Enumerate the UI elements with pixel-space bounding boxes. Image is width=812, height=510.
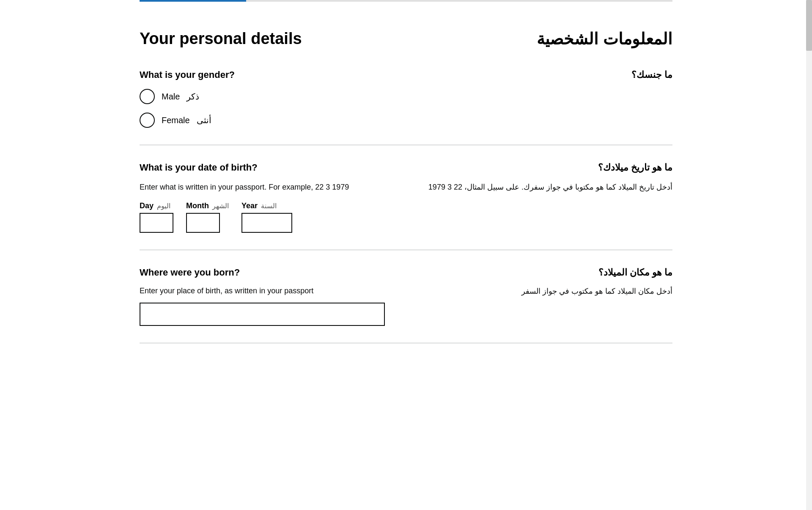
scrollbar-track[interactable] [806, 0, 812, 510]
day-label-pair: Day اليوم [140, 201, 173, 210]
year-label-en: Year [241, 201, 258, 210]
dob-hint: Enter what is written in your passport. … [140, 182, 672, 193]
birthplace-section: Where were you born? ما هو مكان الميلاد؟… [140, 267, 672, 326]
gender-male-label-ar: ذكر [187, 91, 199, 102]
progress-bar [140, 0, 672, 2]
gender-male-option[interactable]: Male ذكر [140, 89, 672, 104]
divider-1 [140, 145, 672, 145]
month-label-en: Month [186, 201, 209, 210]
page-header: Your personal details المعلومات الشخصية [140, 30, 672, 48]
gender-question-en: What is your gender? [140, 69, 235, 80]
birthplace-question-ar: ما هو مكان الميلاد؟ [598, 267, 672, 278]
birthplace-input[interactable] [140, 303, 385, 326]
dob-hint-ar: أدخل تاريخ الميلاد كما هو مكتوبا في جواز… [428, 182, 672, 193]
divider-3 [140, 343, 672, 343]
dob-section-header: What is your date of birth? ما هو تاريخ … [140, 162, 672, 173]
year-input[interactable] [241, 213, 292, 233]
gender-radio-group: Male ذكر Female أنثى [140, 89, 672, 128]
gender-female-option[interactable]: Female أنثى [140, 113, 672, 128]
gender-female-label-en: Female [162, 116, 190, 125]
scrollbar-thumb[interactable] [806, 0, 812, 51]
month-label-ar: الشهر [212, 202, 229, 210]
year-field-group: Year السنة [241, 201, 292, 233]
gender-question-ar: ما جنسك؟ [631, 69, 672, 80]
divider-2 [140, 250, 672, 250]
dob-hint-en: Enter what is written in your passport. … [140, 182, 349, 193]
month-input[interactable] [186, 213, 220, 233]
progress-bar-fill [140, 0, 246, 2]
birthplace-hint: Enter your place of birth, as written in… [140, 287, 672, 296]
gender-section: What is your gender? ما جنسك؟ Male ذكر F… [140, 69, 672, 128]
gender-female-label-ar: أنثى [197, 115, 211, 125]
page-title-en: Your personal details [140, 30, 302, 48]
birthplace-section-header: Where were you born? ما هو مكان الميلاد؟ [140, 267, 672, 278]
day-label-ar: اليوم [157, 202, 170, 210]
month-field-group: Month الشهر [186, 201, 229, 233]
year-label-pair: Year السنة [241, 201, 292, 210]
gender-section-header: What is your gender? ما جنسك؟ [140, 69, 672, 80]
day-input[interactable] [140, 213, 173, 233]
gender-male-radio[interactable] [140, 89, 155, 104]
gender-female-radio[interactable] [140, 113, 155, 128]
birthplace-hint-en: Enter your place of birth, as written in… [140, 287, 313, 295]
page-title-ar: المعلومات الشخصية [537, 30, 672, 48]
month-label-pair: Month الشهر [186, 201, 229, 210]
year-label-ar: السنة [261, 202, 277, 210]
dob-section: What is your date of birth? ما هو تاريخ … [140, 162, 672, 233]
dob-question-ar: ما هو تاريخ ميلادك؟ [598, 162, 672, 173]
gender-male-label-en: Male [162, 92, 180, 102]
birthplace-hint-ar: أدخل مكان الميلاد كما هو مكتوب في جواز ا… [521, 287, 672, 296]
birthplace-question-en: Where were you born? [140, 267, 240, 278]
day-field-group: Day اليوم [140, 201, 173, 233]
dob-question-en: What is your date of birth? [140, 162, 258, 173]
date-fields: Day اليوم Month الشهر Year السنة [140, 201, 672, 233]
day-label-en: Day [140, 201, 154, 210]
